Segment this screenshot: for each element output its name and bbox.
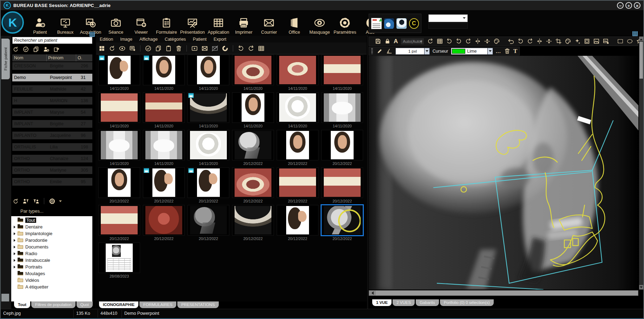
patient-row[interactable]: IMPLANTBrigitte27 [12, 120, 92, 128]
thumbnail-frontal[interactable]: 20/12/2022 [275, 130, 320, 167]
thumbnail-teeth-front[interactable]: 14/11/2020 [97, 92, 142, 130]
pdf-export-icon[interactable] [371, 18, 382, 29]
thumbnail-arch-lower[interactable]: 14/11/2020 [275, 55, 320, 92]
menu-affichage[interactable]: Affichage [139, 37, 158, 42]
grid-button[interactable] [258, 45, 265, 52]
check-button[interactable] [22, 46, 29, 53]
thumbnail-threequarter[interactable]: 14/11/2020 [186, 55, 231, 92]
thumbnail-model-white[interactable]: 14/11/2020 [275, 92, 320, 130]
tree-item-portraits[interactable]: Portraits [11, 264, 92, 270]
rail-resize-grip[interactable] [1, 294, 9, 301]
dropdown-button[interactable] [424, 48, 429, 54]
menu-export[interactable]: Export [213, 37, 226, 42]
app-logo-large-icon[interactable]: K [1, 11, 24, 34]
thumbnail-panoramic[interactable]: 20/12/2022 [231, 205, 275, 242]
tab-2-vues[interactable]: 2 VUES [393, 299, 415, 306]
fiche-patient-vertical-tab[interactable]: Fiche patient [1, 39, 10, 79]
tab-filtres-de-population[interactable]: Filtres de population [31, 301, 75, 308]
palette-button[interactable] [565, 38, 571, 45]
eye-button[interactable] [119, 45, 126, 52]
toolbar-masquage-button[interactable]: Masquage [307, 12, 332, 35]
text-annotation-button[interactable]: A [394, 38, 398, 45]
minimize-button[interactable]: − [617, 2, 624, 9]
maximize-button[interactable]: + [625, 2, 632, 9]
rotl-button[interactable] [455, 38, 462, 45]
thumbnail-teeth-side[interactable]: 14/11/2020 [320, 55, 364, 92]
toolbar-formulaire-button[interactable]: Formulaire [154, 12, 179, 35]
thumbnail-model[interactable]: 14/11/2020 [320, 92, 364, 130]
tab-tout[interactable]: Tout [14, 301, 30, 308]
check-button[interactable] [145, 45, 152, 52]
thumbnail-frontal[interactable]: 14/11/2020 [142, 55, 186, 92]
patient-row[interactable]: FEUILLIEMathilde42 [12, 85, 92, 93]
toolbar-acquisition-button[interactable]: Acquisition [78, 12, 103, 35]
cminus-button[interactable] [222, 45, 229, 52]
copy-button[interactable] [33, 46, 39, 53]
mailx-button[interactable] [211, 45, 218, 52]
rotl-button[interactable] [237, 45, 244, 52]
thumbnail-frontal-smile[interactable]: 20/12/2022 [97, 167, 142, 205]
horizontal-scrollbar[interactable] [369, 290, 638, 296]
scroll-left-button[interactable] [369, 291, 375, 295]
patient-row[interactable]: ORTHOMarilyne305 [12, 166, 92, 174]
toolbar-presentation-button[interactable]: Présentation [179, 12, 206, 35]
person-add-button[interactable] [43, 46, 50, 53]
thumbnail-panoramic[interactable]: 14/11/2020 [186, 92, 231, 130]
filter-by-type-label[interactable]: Par types... [20, 208, 44, 214]
tree-item-documents[interactable]: Documents [11, 244, 92, 250]
tree-item-a-tiquetter[interactable]: A étiquetter [11, 284, 92, 290]
refresh-button[interactable] [109, 45, 116, 52]
expand-arrow-icon[interactable] [14, 239, 18, 242]
color-combobox[interactable]: Lime [451, 48, 493, 55]
thumbnail-teeth-close[interactable]: 14/11/2020 [142, 92, 186, 130]
patient-row[interactable]: ORTHOEmilie95 [12, 178, 92, 186]
column-header[interactable]: O. Nomb [76, 54, 92, 61]
sparkle-button[interactable] [574, 38, 581, 45]
scroll-down-button[interactable] [639, 285, 643, 290]
tab-1-vue[interactable]: 1 VUE [372, 299, 392, 306]
rotr-button[interactable] [465, 38, 472, 45]
patient-row[interactable]: ORTHALISLilia198 [12, 143, 92, 151]
menu-cat-gories[interactable]: Catégories [165, 37, 186, 42]
flipv-button[interactable] [546, 38, 552, 45]
patient-row[interactable]: DemoPowerpoint31 [12, 74, 92, 81]
expand-arrow-icon[interactable] [14, 226, 18, 228]
flipv-button[interactable] [484, 38, 491, 45]
column-header[interactable]: Prénom [47, 54, 76, 61]
patient-row[interactable]: CRESSONBrigitte296 [12, 62, 92, 70]
toolbar-application-button[interactable]: Application [206, 12, 231, 35]
undo-button[interactable] [508, 38, 514, 45]
thumbnail-skull-xray[interactable]: 20/12/2022 [231, 130, 275, 167]
expand-arrow-icon[interactable] [14, 259, 18, 262]
fliph-button[interactable] [474, 38, 481, 45]
scroll-up-button[interactable] [639, 36, 643, 41]
band-combo-field[interactable] [428, 23, 468, 29]
trash-button[interactable] [175, 45, 182, 52]
tab-quoi[interactable]: Quoi [77, 301, 93, 308]
panel-grid-icon[interactable] [632, 31, 638, 36]
toolbar-grip[interactable] [371, 48, 373, 54]
patient-row[interactable]: HMARION136 [12, 97, 92, 105]
toolbar-imprimer-button[interactable]: Imprimer [231, 12, 256, 35]
chevron-down-icon[interactable] [59, 200, 62, 204]
delete-annotation-button[interactable] [504, 48, 511, 54]
selellipse-button[interactable] [626, 38, 633, 45]
tree-item-radio[interactable]: Radio [11, 250, 92, 257]
expand-arrow-icon[interactable] [14, 246, 18, 248]
tab-portfolio-0-0-s-lection-s-[interactable]: Portfolio (0) 0 sélection(s) [440, 299, 494, 306]
thumbnail-profile[interactable]: 20/12/2022 [186, 167, 231, 205]
band-combobox[interactable] [428, 14, 468, 22]
expand-arrow-icon[interactable] [14, 252, 18, 255]
thumbnail-arch-upper[interactable]: 20/12/2022 [231, 167, 275, 205]
thumbnail-model[interactable]: 14/11/2020 [97, 130, 142, 167]
rotr-button[interactable] [427, 38, 434, 45]
thumbnail-intraoral-red[interactable]: 20/12/2022 [142, 205, 186, 242]
thumbnail-arch-upper[interactable]: 14/11/2020 [231, 55, 275, 92]
expand-arrow-icon[interactable] [14, 232, 18, 235]
toolbar-bureaux-button[interactable]: Bureaux [53, 12, 78, 35]
frame-button[interactable] [584, 38, 590, 45]
measure-angle-button[interactable] [386, 48, 393, 54]
refresh-button[interactable] [12, 198, 19, 205]
column-header[interactable]: Nom [12, 54, 47, 61]
search-input[interactable] [12, 37, 92, 44]
